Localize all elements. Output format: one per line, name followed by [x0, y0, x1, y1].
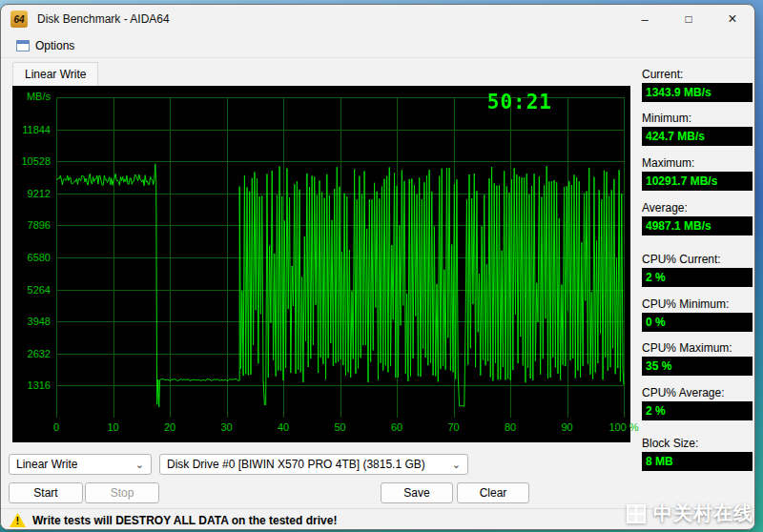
x-tick-label: 100 % [608, 421, 638, 433]
y-tick-label: 1316 [12, 379, 51, 391]
stat-value: 10291.7 MB/s [642, 172, 753, 191]
stats-panel: Current: 1343.9 MB/s Minimum: 424.7 MB/s… [642, 5, 753, 529]
stop-button[interactable]: Stop [85, 482, 159, 503]
stat-label: Current: [642, 68, 753, 81]
drive-dropdown[interactable]: Disk Drive #0 [BIWIN X570 PRO 4TB] (3815… [159, 454, 468, 475]
stat-label: Minimum: [642, 112, 753, 125]
disk-benchmark-window: 64 Disk Benchmark - AIDA64 – □ × Options… [0, 4, 755, 530]
stat-average: Average: 4987.1 MB/s [642, 201, 753, 235]
status-warning-text: Write tests will DESTROY ALL DATA on the… [32, 514, 337, 527]
start-button[interactable]: Start [9, 482, 83, 503]
stat-value: 8 MB [642, 452, 753, 471]
benchmark-chart-panel: MB/s 50:21 11844105289212789665805264394… [12, 86, 630, 442]
tab-linear-write[interactable]: Linear Write [12, 62, 98, 86]
clear-button[interactable]: Clear [457, 482, 529, 503]
stat-label: CPU% Minimum: [642, 297, 753, 311]
stat-minimum: Minimum: 424.7 MB/s [642, 112, 753, 146]
watermark-logo-icon [627, 504, 646, 523]
stat-cpu-minimum: CPU% Minimum: 0 % [642, 297, 753, 332]
save-button[interactable]: Save [381, 482, 453, 503]
stat-label: Average: [642, 201, 753, 215]
x-tick-label: 0 [53, 421, 59, 433]
warning-icon: ! [10, 513, 26, 527]
stat-value: 424.7 MB/s [642, 127, 753, 146]
benchmark-chart-canvas [56, 97, 625, 418]
chevron-down-icon: ⌄ [447, 459, 461, 471]
test-type-dropdown[interactable]: Linear Write ⌄ [9, 454, 152, 475]
y-tick-label: 10528 [12, 155, 51, 167]
options-icon [16, 40, 30, 51]
elapsed-timer: 50:21 [487, 91, 552, 113]
warning-exclamation: ! [16, 515, 19, 527]
x-tick-label: 50 [334, 421, 345, 433]
y-tick-label: 2632 [12, 348, 51, 359]
drive-value: Disk Drive #0 [BIWIN X570 PRO 4TB] (3815… [167, 458, 425, 471]
y-tick-label: 3948 [12, 316, 51, 327]
x-tick-label: 70 [447, 421, 459, 433]
y-tick-label: 9212 [12, 188, 51, 199]
stat-label: CPU% Maximum: [642, 341, 753, 355]
x-tick-label: 20 [164, 421, 175, 433]
watermark-text: 中关村在线 [653, 501, 753, 526]
stat-value: 2 % [642, 401, 753, 420]
stat-label: CPU% Average: [642, 386, 753, 399]
options-label: Options [35, 39, 74, 52]
stat-maximum: Maximum: 10291.7 MB/s [642, 156, 753, 191]
aida64-app-icon: 64 [10, 10, 28, 28]
y-tick-label: 7896 [12, 219, 51, 231]
stat-value: 0 % [642, 313, 753, 332]
x-tick-label: 10 [107, 421, 118, 433]
stat-label: CPU% Current: [642, 253, 753, 266]
stat-cpu-current: CPU% Current: 2 % [642, 253, 753, 287]
stat-value: 1343.9 MB/s [642, 83, 753, 102]
y-tick-label: 6580 [12, 252, 51, 263]
stat-current: Current: 1343.9 MB/s [642, 68, 753, 102]
stat-value: 2 % [642, 268, 753, 287]
stat-label: Maximum: [642, 156, 753, 170]
x-tick-label: 60 [391, 421, 402, 433]
x-tick-label: 40 [278, 421, 289, 433]
y-tick-label: 11844 [12, 124, 51, 135]
stat-cpu-maximum: CPU% Maximum: 35 % [642, 341, 753, 376]
stat-label: Block Size: [642, 437, 753, 450]
stat-block-size: Block Size: 8 MB [642, 437, 753, 471]
options-menu-button[interactable]: Options [9, 36, 82, 55]
y-axis-unit-label: MB/s [12, 91, 51, 102]
test-type-value: Linear Write [16, 458, 77, 471]
x-tick-label: 90 [561, 421, 572, 433]
x-tick-label: 30 [220, 421, 232, 433]
x-tick-label: 80 [505, 421, 516, 433]
watermark: 中关村在线 [627, 501, 753, 526]
window-title: Disk Benchmark - AIDA64 [37, 12, 170, 26]
stat-value: 35 % [642, 357, 753, 376]
y-tick-label: 5264 [12, 284, 51, 296]
chevron-down-icon: ⌄ [131, 459, 144, 471]
stat-cpu-average: CPU% Average: 2 % [642, 386, 753, 420]
stat-value: 4987.1 MB/s [642, 216, 753, 235]
